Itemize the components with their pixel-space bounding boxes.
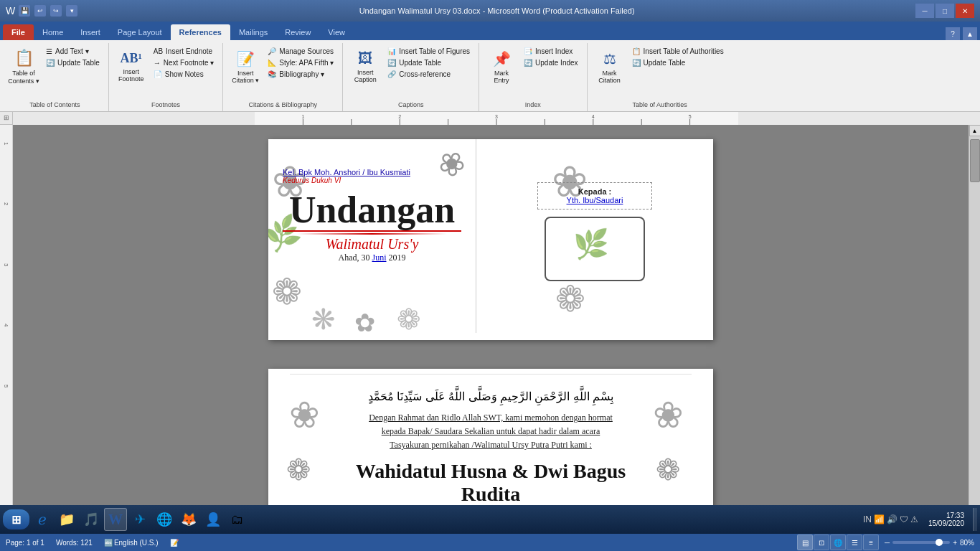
tab-mailings[interactable]: Mailings (230, 24, 276, 40)
cross-reference-icon: 🔗 (387, 70, 396, 78)
taskbar-ie-button[interactable]: ℯ (31, 508, 54, 531)
taskbar-firefox-button[interactable]: 🦊 (177, 508, 200, 531)
start-button[interactable]: ⊞ (3, 509, 29, 529)
taskbar-media-button[interactable]: 🎵 (80, 508, 103, 531)
draft-view-button[interactable]: ≡ (863, 534, 879, 550)
svg-text:2: 2 (398, 114, 401, 119)
close-button[interactable]: ✕ (956, 4, 974, 18)
print-layout-view-button[interactable]: ▤ (797, 534, 813, 550)
mark-citation-icon: ⚖ (603, 50, 616, 67)
web-layout-view-button[interactable]: 🌐 (830, 534, 846, 550)
taskbar-chrome-button[interactable]: 🌐 (153, 508, 176, 531)
redo-qat-button[interactable]: ↪ (50, 5, 62, 17)
undangan-title: Undangan (283, 192, 461, 232)
ruler-area: ⊞ 1 2 3 4 5 (0, 112, 980, 125)
antivirus-icon: 🛡 (900, 514, 908, 524)
update-table-authorities-button[interactable]: 🔄 Update Table (629, 57, 727, 68)
tab-insert[interactable]: Insert (72, 24, 109, 40)
show-notes-button[interactable]: 📄 Show Notes (151, 69, 217, 80)
minimize-button[interactable]: ─ (915, 4, 934, 18)
tab-file[interactable]: File (3, 24, 34, 40)
mark-entry-button[interactable]: 📌 MarkEntry (484, 44, 519, 89)
style-dropdown[interactable]: 📐 Style: APA Fifth ▾ (265, 57, 336, 68)
tab-page-layout[interactable]: Page Layout (109, 24, 171, 40)
taskbar-app-button[interactable]: 👤 (202, 508, 225, 531)
taskbar-explorer-button[interactable]: 📁 (55, 508, 78, 531)
save-qat-button[interactable]: 💾 (19, 5, 30, 17)
zoom-in-button[interactable]: + (953, 539, 957, 547)
date-text: Ahad, 30 Juni 2019 (283, 253, 461, 263)
taskbar: ⊞ ℯ 📁 🎵 W ✈ 🌐 🦊 👤 🗂 IN 📶 🔊 🛡 ⚠ 17:33 (0, 505, 980, 534)
zoom-slider[interactable] (892, 541, 950, 544)
mark-citation-button[interactable]: ⚖ MarkCitation (592, 44, 628, 89)
vertical-scrollbar[interactable]: ▲ ▼ (969, 125, 980, 534)
macro-icon: 📝 (170, 539, 179, 547)
scrollbar-track[interactable] (969, 136, 981, 522)
customize-qat-button[interactable]: ▾ (66, 5, 77, 17)
tab-view[interactable]: View (319, 24, 354, 40)
full-screen-view-button[interactable]: ⊡ (814, 534, 829, 550)
table-of-contents-button[interactable]: 📋 Table ofContents ▾ (6, 44, 42, 89)
document-area[interactable]: ❀ 🌿 ❁ ❀ ❋ ✿ ❁ Kel. Bpk Mo (13, 125, 969, 534)
document-page-1: ❀ 🌿 ❁ ❀ ❋ ✿ ❁ Kel. Bpk Mo (268, 139, 713, 340)
show-notes-icon: 📄 (154, 70, 162, 78)
ribbon-group-index: 📌 MarkEntry 📑 Insert Index 🔄 Update Inde… (479, 43, 588, 111)
warning-icon: ⚠ (910, 514, 918, 524)
zoom-controls: ─ + 80% (885, 539, 974, 547)
cross-reference-button[interactable]: 🔗 Cross-reference (385, 69, 473, 80)
insert-endnote-button[interactable]: AB Insert Endnote (151, 46, 217, 57)
ribbon-minimize-button[interactable]: ▲ (963, 27, 977, 40)
clock-display[interactable]: 17:33 15/09/2020 (924, 512, 969, 527)
status-bar: Page: 1 of 1 Words: 121 🔤 English (U.S.)… (0, 534, 980, 551)
page-info: Page: 1 of 1 (6, 539, 44, 547)
bibliography-button[interactable]: 📚 Bibliography ▾ (265, 69, 336, 80)
restore-button[interactable]: □ (936, 4, 954, 18)
left-panel: 1 2 3 4 5 (0, 125, 13, 534)
insert-table-authorities-button[interactable]: 📋 Insert Table of Authorities (629, 46, 727, 57)
taskbar-word-button[interactable]: W (104, 508, 127, 531)
insert-footnote-button[interactable]: AB¹ InsertFootnote (113, 44, 149, 89)
scrollbar-thumb[interactable] (970, 139, 980, 182)
stamp-box (545, 217, 645, 281)
media-icon: 🎵 (83, 512, 99, 527)
next-footnote-button[interactable]: → Undangan Next Footnote ▾ (151, 57, 217, 68)
authorities-group-label: Table of Authorities (588, 101, 732, 108)
caption-icon: 🖼 (358, 50, 372, 67)
scroll-up-button[interactable]: ▲ (969, 125, 981, 136)
main-area: 1 2 3 4 5 ❀ 🌿 ❁ (0, 125, 980, 534)
folder2-icon: 🗂 (231, 512, 244, 527)
ribbon-help-button[interactable]: ? (946, 27, 960, 40)
ie-icon: ℯ (38, 511, 47, 528)
undo-qat-button[interactable]: ↩ (34, 5, 46, 17)
insert-citation-button[interactable]: 📝 InsertCitation ▾ (227, 44, 263, 89)
toc-icon: 📋 (14, 49, 34, 67)
update-table-toc-button[interactable]: 🔄 Update Table (43, 57, 103, 68)
update-table-captions-button[interactable]: 🔄 Update Table (385, 57, 473, 68)
title-bar: W 💾 ↩ ↪ ▾ Undangan Walimatul Ursy 03.doc… (0, 0, 980, 22)
horizontal-ruler: 1 2 3 4 5 (13, 112, 980, 125)
tab-home[interactable]: Home (34, 24, 72, 40)
add-text-button[interactable]: ☰ Add Text ▾ (43, 46, 103, 57)
bibliography-icon: 📚 (268, 70, 276, 78)
ruler-corner[interactable]: ⊞ (0, 112, 13, 125)
title-bar-text: Undangan Walimatul Ursy 03.docx - Micros… (78, 6, 915, 15)
page1-right: ❀ 🌿 ❁ Kepada : Yth. Ibu/Saudari (476, 139, 713, 333)
tab-review[interactable]: Review (276, 24, 319, 40)
zoom-out-button[interactable]: ─ (885, 539, 890, 547)
insert-index-icon: 📑 (524, 47, 532, 55)
manage-sources-button[interactable]: 🔎 Manage Sources (265, 46, 336, 57)
table-figures-icon: 📊 (387, 47, 396, 55)
language-indicator: 🔤 English (U.S.) (104, 539, 159, 547)
taskbar-folder2-button[interactable]: 🗂 (226, 508, 249, 531)
update-index-button[interactable]: 🔄 Update Index (521, 57, 581, 68)
tab-references[interactable]: References (171, 24, 230, 40)
show-desktop-button[interactable] (973, 508, 977, 531)
insert-table-figures-button[interactable]: 📊 Insert Table of Figures (385, 46, 473, 57)
svg-text:1: 1 (301, 114, 304, 119)
taskbar-telegram-button[interactable]: ✈ (128, 508, 151, 531)
input-lang-indicator[interactable]: IN (863, 514, 872, 524)
outline-view-button[interactable]: ☰ (847, 534, 862, 550)
insert-caption-button[interactable]: 🖼 InsertCaption (347, 44, 383, 89)
zoom-level: 80% (960, 539, 974, 547)
insert-index-button[interactable]: 📑 Insert Index (521, 46, 581, 57)
